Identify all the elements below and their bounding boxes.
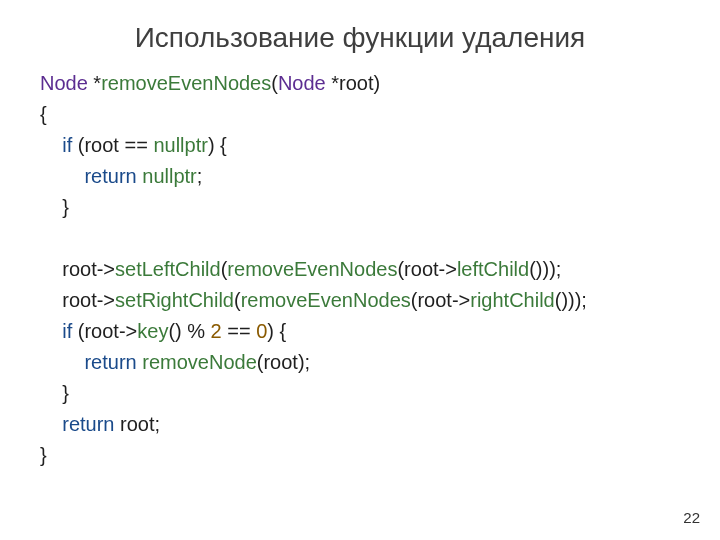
code-token: (root-> [411, 289, 470, 311]
code-token: root; [114, 413, 160, 435]
code-token: Node [278, 72, 326, 94]
code-token: { [40, 103, 47, 125]
code-token: removeEvenNodes [101, 72, 271, 94]
code-token: } [40, 444, 47, 466]
code-token [40, 351, 84, 373]
code-token: leftChild [457, 258, 529, 280]
code-token: ())); [529, 258, 561, 280]
code-token: root [339, 72, 373, 94]
code-token: return [84, 165, 136, 187]
code-token: ())); [555, 289, 587, 311]
code-token [40, 196, 62, 218]
code-token: ( [271, 72, 278, 94]
code-token: root-> [62, 289, 115, 311]
code-token [40, 289, 62, 311]
code-token [40, 382, 62, 404]
code-token: (root-> [397, 258, 456, 280]
code-token: if [62, 134, 72, 156]
code-token: Node [40, 72, 88, 94]
code-token: root-> [62, 258, 115, 280]
page-number: 22 [683, 509, 700, 526]
code-token [40, 165, 84, 187]
slide-title: Использование функции удаления [0, 0, 720, 68]
code-token: ( [234, 289, 241, 311]
code-block: Node *removeEvenNodes(Node *root) { if (… [0, 68, 720, 471]
code-token [40, 413, 62, 435]
code-token: * [88, 72, 101, 94]
code-token: ; [197, 165, 203, 187]
code-token: ) { [208, 134, 227, 156]
code-token: 2 [211, 320, 222, 342]
code-token: rightChild [470, 289, 554, 311]
code-token: removeEvenNodes [241, 289, 411, 311]
code-token: return [84, 351, 136, 373]
code-token: key [137, 320, 168, 342]
code-token: 0 [256, 320, 267, 342]
code-token: nullptr [142, 165, 196, 187]
code-token: () % [168, 320, 210, 342]
slide: Использование функции удаления Node *rem… [0, 0, 720, 540]
code-token [40, 320, 62, 342]
code-token: ) [374, 72, 381, 94]
code-token: setLeftChild [115, 258, 221, 280]
code-token [40, 134, 62, 156]
code-token [40, 258, 62, 280]
code-token: removeEvenNodes [227, 258, 397, 280]
code-token: (root); [257, 351, 310, 373]
code-token: (root-> [72, 320, 137, 342]
code-token: ) { [267, 320, 286, 342]
code-token: (root == [72, 134, 153, 156]
code-token: } [62, 382, 69, 404]
code-token: return [62, 413, 114, 435]
code-token: == [222, 320, 256, 342]
code-token: * [326, 72, 339, 94]
code-token: } [62, 196, 69, 218]
code-token: if [62, 320, 72, 342]
code-token: setRightChild [115, 289, 234, 311]
code-token: nullptr [153, 134, 207, 156]
code-token: removeNode [142, 351, 257, 373]
